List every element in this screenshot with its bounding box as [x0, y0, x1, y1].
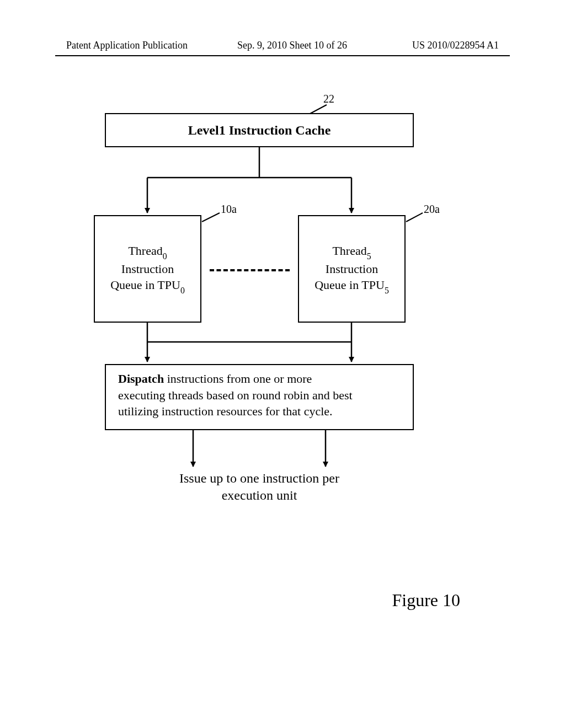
cache-box: Level1 Instruction Cache: [105, 113, 414, 147]
cache-title: Level1 Instruction Cache: [188, 121, 331, 139]
dispatch-box: Dispatch instructions from one or more e…: [105, 364, 414, 430]
header-divider: [55, 55, 510, 56]
thread0-line1-sub: 0: [163, 251, 167, 261]
thread5-line1-sub: 5: [367, 251, 371, 261]
issue-text: Issue up to one instruction per executio…: [143, 470, 375, 504]
thread5-box: Thread5 Instruction Queue in TPU5: [298, 215, 406, 323]
thread5-line2: Instruction: [326, 261, 378, 277]
thread0-line1-pre: Thread: [128, 244, 162, 258]
thread5-line3-pre: Queue in TPU: [315, 278, 385, 292]
thread0-line2: Instruction: [121, 261, 174, 277]
svg-line-1: [202, 213, 220, 222]
ellipsis-dashdot: [210, 269, 290, 271]
diagram-arrows: [0, 83, 565, 579]
issue-line1: Issue up to one instruction per: [143, 470, 375, 487]
thread0-line3-pre: Queue in TPU: [110, 278, 180, 292]
thread5-line3: Queue in TPU5: [315, 277, 389, 295]
thread0-box: Thread0 Instruction Queue in TPU0: [94, 215, 201, 323]
dispatch-bold: Dispatch: [118, 372, 164, 386]
thread0-line3: Queue in TPU0: [110, 277, 185, 295]
thread5-line1: Thread5: [332, 243, 371, 261]
svg-line-2: [406, 213, 423, 222]
dispatch-line2: executing threads based on round robin a…: [118, 387, 353, 404]
header-right: US 2010/0228954 A1: [412, 40, 499, 51]
dispatch-line3: utilizing instruction resources for that…: [118, 403, 333, 420]
ref-cache: 22: [323, 93, 334, 105]
header-left: Patent Application Publication: [66, 40, 188, 51]
thread0-line1: Thread0: [128, 243, 167, 261]
thread0-line3-sub: 0: [180, 286, 185, 295]
thread5-line3-sub: 5: [385, 286, 389, 295]
ref-thread0: 10a: [221, 203, 237, 216]
dispatch-line1: Dispatch instructions from one or more: [118, 371, 312, 387]
ref-thread5: 20a: [424, 203, 440, 216]
issue-line2: execution unit: [143, 487, 375, 504]
figure-label: Figure 10: [392, 590, 460, 611]
header-mid: Sep. 9, 2010 Sheet 10 of 26: [237, 40, 347, 51]
svg-line-0: [310, 105, 327, 114]
dispatch-rest1: instructions from one or more: [164, 372, 312, 386]
thread5-line1-pre: Thread: [332, 244, 366, 258]
